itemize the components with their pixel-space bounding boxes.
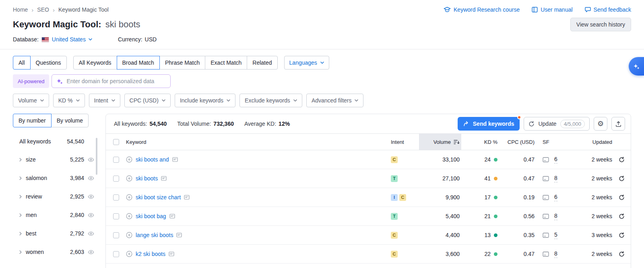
serp-preview-icon[interactable] xyxy=(543,157,549,162)
keyword-link[interactable]: ski boot size chart xyxy=(136,194,181,200)
send-keywords-button[interactable]: Send keywords xyxy=(458,117,520,131)
breadcrumb-item-seo[interactable]: SEO xyxy=(37,6,49,13)
eye-icon[interactable] xyxy=(88,231,94,236)
column-header-kd[interactable]: KD % xyxy=(461,139,498,145)
keyword-link[interactable]: lange ski boots xyxy=(136,232,173,238)
column-header-keyword[interactable]: Keyword xyxy=(126,139,391,145)
refresh-metrics-icon[interactable] xyxy=(619,232,625,238)
export-button[interactable] xyxy=(611,117,625,131)
kd-cell: 13 xyxy=(461,232,498,238)
column-header-sf[interactable]: SF xyxy=(535,139,570,145)
tab-all[interactable]: All xyxy=(13,56,31,70)
languages-dropdown[interactable]: Languages xyxy=(284,56,329,70)
add-keyword-icon[interactable] xyxy=(126,175,132,182)
view-search-history-button[interactable]: View search history xyxy=(570,18,631,31)
tab-phrase-match[interactable]: Phrase Match xyxy=(159,56,205,70)
column-header-volume[interactable]: Volume xyxy=(419,134,461,150)
column-header-updated[interactable]: Updated xyxy=(570,139,612,145)
column-header-intent[interactable]: Intent xyxy=(391,139,419,145)
filter-include-keywords[interactable]: Include keywords xyxy=(175,94,235,107)
sidebar-group-women[interactable]: women2,603 xyxy=(19,243,95,261)
add-keyword-icon[interactable] xyxy=(126,213,132,219)
eye-icon[interactable] xyxy=(88,213,94,217)
update-button[interactable]: Update 4/5,000 xyxy=(524,117,590,131)
tab-exact-match[interactable]: Exact Match xyxy=(205,56,247,70)
sidebar-scrollbar[interactable] xyxy=(96,138,97,175)
sidebar-group-salomon[interactable]: salomon3,984 xyxy=(19,169,95,187)
top-link-keyword-research-course[interactable]: Keyword Research course xyxy=(444,6,520,13)
add-keyword-icon[interactable] xyxy=(126,232,132,238)
row-checkbox[interactable] xyxy=(113,176,119,182)
filter-kd[interactable]: KD % xyxy=(53,94,85,107)
breadcrumb: Home›SEO›Keyword Magic Tool xyxy=(13,6,109,13)
keyword-overview-icon[interactable] xyxy=(169,214,175,219)
serp-preview-icon[interactable] xyxy=(543,195,549,200)
add-keyword-icon[interactable] xyxy=(126,194,132,200)
keyword-link[interactable]: ski boots and xyxy=(136,156,169,163)
top-link-send-feedback[interactable]: Send feedback xyxy=(585,6,631,13)
chevron-down-icon xyxy=(162,99,165,102)
eye-icon[interactable] xyxy=(88,250,94,254)
eye-icon[interactable] xyxy=(88,158,94,162)
filter-cpc-usd[interactable]: CPC (USD) xyxy=(124,94,171,107)
row-checkbox[interactable] xyxy=(113,213,119,219)
sf-value[interactable]: 6 xyxy=(554,156,557,164)
row-checkbox[interactable] xyxy=(113,194,119,200)
filter-volume[interactable]: Volume xyxy=(13,94,49,107)
column-header-cpc[interactable]: CPC (USD) xyxy=(498,139,535,145)
ai-assistant-button[interactable] xyxy=(629,57,644,76)
filter-advanced-filters[interactable]: Advanced filters xyxy=(306,94,364,107)
sidebar-group-review[interactable]: review2,925 xyxy=(19,187,95,206)
serp-preview-icon[interactable] xyxy=(543,252,549,257)
eye-icon[interactable] xyxy=(88,194,94,199)
add-keyword-icon[interactable] xyxy=(126,156,132,163)
sidebar-toggle-by-volume[interactable]: By volume xyxy=(51,114,89,127)
send-keywords-label: Send keywords xyxy=(473,121,514,127)
top-link-user-manual[interactable]: User manual xyxy=(532,6,572,13)
add-keyword-icon[interactable] xyxy=(126,251,132,257)
domain-input[interactable]: Enter domain for personalized data xyxy=(52,74,171,88)
eye-icon[interactable] xyxy=(88,176,94,180)
database-select[interactable]: United States xyxy=(52,36,92,43)
sf-cell: 5 xyxy=(535,231,570,239)
keyword-overview-icon[interactable] xyxy=(172,157,178,162)
keyword-overview-icon[interactable] xyxy=(169,252,174,256)
refresh-metrics-icon[interactable] xyxy=(619,251,625,257)
refresh-metrics-icon[interactable] xyxy=(619,176,625,182)
row-checkbox[interactable] xyxy=(113,251,119,257)
tab-related[interactable]: Related xyxy=(247,56,277,70)
settings-button[interactable]: ⚙ xyxy=(594,117,607,131)
row-checkbox[interactable] xyxy=(113,232,119,238)
sf-value[interactable]: 5 xyxy=(554,231,557,239)
sf-value[interactable]: 8 xyxy=(554,175,557,182)
sidebar-group-men[interactable]: men2,840 xyxy=(19,206,95,224)
refresh-metrics-icon[interactable] xyxy=(619,213,625,219)
filter-intent[interactable]: Intent xyxy=(89,94,120,107)
tab-questions[interactable]: Questions xyxy=(30,56,67,70)
sidebar-all-keywords-row[interactable]: All keywords 54,540 xyxy=(19,133,95,150)
serp-preview-icon[interactable] xyxy=(543,214,549,219)
refresh-metrics-icon[interactable] xyxy=(619,157,625,163)
sidebar-toggle-by-number[interactable]: By number xyxy=(13,114,52,127)
tab-broad-match[interactable]: Broad Match xyxy=(117,56,160,70)
serp-preview-icon[interactable] xyxy=(543,176,549,181)
sidebar-group-size[interactable]: size5,225 xyxy=(19,150,95,169)
refresh-metrics-icon[interactable] xyxy=(619,194,625,200)
breadcrumb-item-home[interactable]: Home xyxy=(13,6,28,13)
keyword-link[interactable]: k2 ski boots xyxy=(136,251,165,257)
row-checkbox[interactable] xyxy=(113,157,119,163)
keyword-overview-icon[interactable] xyxy=(161,176,167,181)
sidebar-group-best[interactable]: best2,792 xyxy=(19,224,95,243)
sf-value[interactable]: 8 xyxy=(554,213,557,220)
keyword-link[interactable]: ski boots xyxy=(136,175,158,182)
keyword-overview-icon[interactable] xyxy=(176,233,182,237)
serp-preview-icon[interactable] xyxy=(543,233,549,238)
keyword-link[interactable]: ski boot bag xyxy=(136,213,166,219)
keyword-overview-icon[interactable] xyxy=(184,195,190,200)
filter-exclude-keywords[interactable]: Exclude keywords xyxy=(239,94,302,107)
tab-all-keywords[interactable]: All Keywords xyxy=(73,56,117,70)
select-all-checkbox[interactable] xyxy=(113,139,119,145)
update-label: Update xyxy=(538,121,556,127)
sf-value[interactable]: 8 xyxy=(554,250,557,258)
sf-value[interactable]: 6 xyxy=(554,194,557,201)
